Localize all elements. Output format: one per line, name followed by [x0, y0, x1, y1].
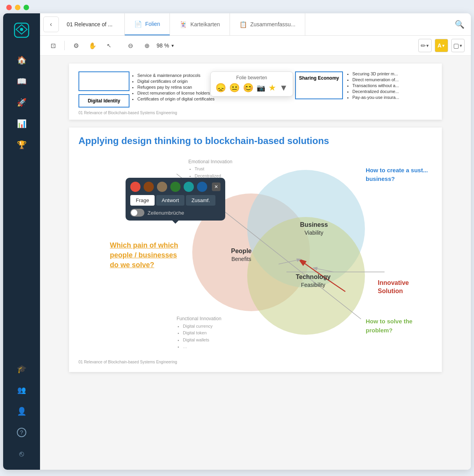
color-picker-popup: ✕ Frage Antwort Zusamf. Zeilenumbrüche: [126, 178, 225, 221]
sidebar-item-achievements[interactable]: 🏆: [10, 135, 33, 155]
chart-icon: 📊: [17, 119, 27, 128]
slide-area[interactable]: Folie bewerten 😞 😐 😊 📷 ★ ▼: [40, 56, 471, 470]
bottom-right-annotation: How to solve the problem?: [366, 317, 428, 335]
trophy-icon: 🏆: [17, 140, 27, 150]
sidebar-toggle-icon: ⊡: [51, 42, 56, 49]
rating-happy[interactable]: 😊: [243, 83, 253, 93]
folien-icon: 📄: [134, 20, 142, 28]
app-logo: [11, 20, 32, 41]
zoom-out-icon: ⊖: [128, 42, 133, 49]
color-button[interactable]: A ▼: [435, 39, 448, 52]
traffic-light-fullscreen[interactable]: [24, 5, 29, 10]
logout-icon: ⎋: [19, 449, 24, 458]
zoom-value[interactable]: 98 % ▼: [157, 42, 180, 49]
swatch-green[interactable]: [170, 182, 180, 192]
hand-tool-button[interactable]: ✋: [86, 39, 99, 52]
functional-bullet: Digital currency: [183, 323, 221, 330]
sidebar-item-community[interactable]: 👥: [10, 380, 33, 400]
swatch-tan[interactable]: [157, 182, 167, 192]
pen-icon: ✏: [421, 42, 426, 49]
top-navigation: ‹ 01 Relevance of ... 📄 Folien 🃏 Karteik…: [40, 13, 471, 36]
rating-sad[interactable]: 😞: [215, 83, 226, 93]
sidebar-item-analytics[interactable]: 📊: [10, 114, 33, 133]
card-type-antwort[interactable]: Antwort: [156, 195, 184, 206]
sidebar-item-help[interactable]: ?: [10, 423, 33, 442]
card-type-frage[interactable]: Frage: [130, 195, 155, 206]
traffic-light-close[interactable]: [6, 5, 12, 10]
rating-icons: 😞 😐 😊 📷 ★ ▼: [215, 83, 288, 93]
toolbar: ⊡ ⚙ ✋ ↖ ⊖ ⊕ 98 % ▼: [40, 36, 471, 56]
bullet-item: Pay-as-you-use insura...: [352, 95, 399, 100]
traffic-light-minimize[interactable]: [15, 5, 20, 10]
tab-zusammenfassung[interactable]: 📋 Zusammenfassu...: [230, 13, 305, 35]
main-content: ‹ 01 Relevance of ... 📄 Folien 🃏 Karteik…: [40, 13, 471, 470]
rating-camera[interactable]: 📷: [257, 84, 265, 92]
zoom-in-icon: ⊕: [144, 42, 149, 49]
svg-text:Viability: Viability: [304, 230, 323, 236]
back-button[interactable]: ‹: [43, 16, 59, 32]
bullet-item: Securing 3D printer m...: [352, 71, 399, 76]
zoom-out-button[interactable]: ⊖: [124, 39, 137, 52]
rocket-icon: 🚀: [17, 98, 27, 107]
slide1-bullets-col3: Securing 3D printer m... Direct remunera…: [346, 71, 399, 101]
sidebar-toggle-button[interactable]: ⊡: [46, 39, 60, 52]
search-button[interactable]: 🔍: [448, 20, 471, 29]
rating-popup: Folie bewerten 😞 😐 😊 📷 ★ ▼: [210, 71, 293, 97]
book-icon: 📖: [17, 77, 27, 86]
card-type-zusammenfassung[interactable]: Zusamf.: [186, 195, 215, 206]
toolbar-separator-1: [64, 41, 65, 50]
svg-text:Feasibility: Feasibility: [301, 282, 325, 288]
bullet-item: Direct remuneration of...: [352, 77, 399, 82]
color-picker-close-button[interactable]: ✕: [212, 182, 221, 191]
svg-point-2: [20, 28, 23, 31]
swatch-blue[interactable]: [197, 182, 207, 192]
top-box-1: [78, 71, 129, 91]
sidebar-item-library[interactable]: 📖: [10, 71, 33, 91]
swatch-red[interactable]: [130, 182, 140, 192]
rating-filter[interactable]: ▼: [279, 83, 288, 93]
toggle-row: Zeilenumbrüche: [130, 209, 221, 217]
tab-folien[interactable]: 📄 Folien: [125, 13, 170, 35]
sharing-economy-box: Sharing Economy: [295, 71, 343, 99]
swatch-teal[interactable]: [184, 182, 194, 192]
venn-container: ✕ Frage Antwort Zusamf. Zeilenumbrüche: [78, 154, 432, 358]
sidebar: 🏠 📖 🚀 📊 🏆 🎓 👥 👤 ? ⎋: [3, 13, 40, 470]
rating-star[interactable]: ★: [268, 83, 276, 93]
slide-1: Folie bewerten 😞 😐 😊 📷 ★ ▼: [69, 64, 442, 120]
rating-neutral[interactable]: 😐: [229, 83, 240, 93]
color-swatches: ✕: [130, 182, 221, 192]
sidebar-item-profile[interactable]: 👤: [10, 401, 33, 421]
shape-tool-button[interactable]: ▢ ▼: [451, 39, 465, 52]
bullet-item: Transactions without a...: [352, 83, 399, 88]
swatch-brown[interactable]: [144, 182, 154, 192]
bottom-right-text: How to solve the problem?: [366, 318, 412, 333]
table-col-3: Sharing Economy Securing 3D printer m...…: [295, 71, 432, 109]
svg-text:People: People: [231, 248, 252, 254]
bullet-item: Decentralized docume...: [352, 89, 399, 94]
tab-karteikarten[interactable]: 🃏 Karteikarten: [170, 13, 230, 35]
toggle-knob: [131, 210, 137, 216]
zeilenumbrueche-toggle[interactable]: [130, 209, 144, 217]
cursor-tool-button[interactable]: ↖: [102, 39, 116, 52]
karteikarten-icon: 🃏: [179, 21, 187, 28]
zoom-in-button[interactable]: ⊕: [140, 39, 153, 52]
innovative-solution-label: InnovativeSolution: [378, 279, 409, 295]
toggle-label: Zeilenumbrüche: [148, 210, 184, 216]
rating-label: Folie bewerten: [236, 75, 267, 80]
settings-button[interactable]: ⚙: [69, 39, 83, 52]
sidebar-item-launch[interactable]: 🚀: [10, 93, 33, 112]
sidebar-item-courses[interactable]: 🎓: [10, 359, 33, 379]
sidebar-item-home[interactable]: 🏠: [10, 50, 33, 70]
slide2-footer: 01 Relevance of Blockchain-based Systems…: [78, 360, 432, 364]
functional-bullet: …: [183, 343, 221, 350]
toolbar-right: ✏ ▼ A ▼ ▢ ▼: [418, 39, 465, 52]
shape-icon: ▢: [453, 42, 459, 49]
svg-text:Benefits: Benefits: [232, 256, 252, 262]
digital-identity-box: Digital Identity: [78, 94, 129, 108]
document-title: 01 Relevance of ...: [62, 13, 125, 35]
svg-text:Business: Business: [300, 221, 328, 228]
sidebar-item-logout[interactable]: ⎋: [10, 444, 33, 463]
pen-tool-button[interactable]: ✏ ▼: [418, 39, 432, 52]
app-container: 🏠 📖 🚀 📊 🏆 🎓 👥 👤 ? ⎋: [3, 13, 471, 470]
functional-bullet: Digital token: [183, 330, 221, 337]
